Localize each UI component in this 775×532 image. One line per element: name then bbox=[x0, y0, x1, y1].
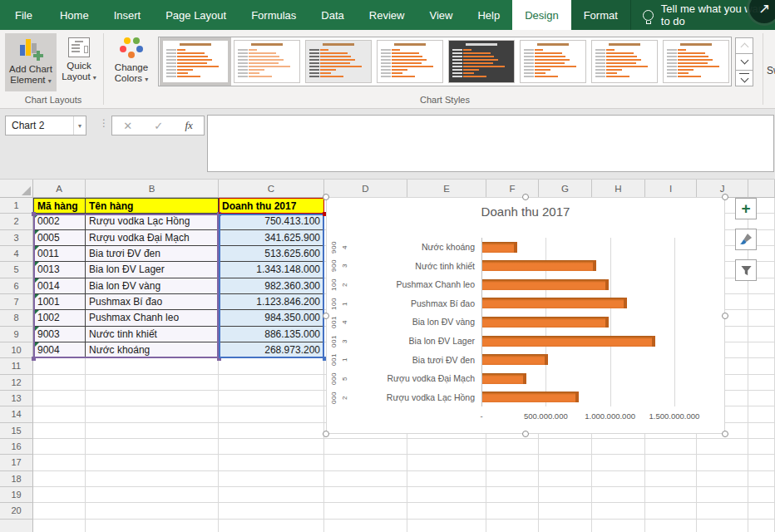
axis-code-digit-label[interactable]: 4 bbox=[339, 313, 349, 332]
bar[interactable] bbox=[482, 242, 517, 253]
tab-format[interactable]: Format bbox=[571, 0, 630, 30]
column-header-E[interactable]: E bbox=[407, 180, 486, 198]
cell[interactable] bbox=[219, 487, 324, 503]
cell[interactable] bbox=[645, 487, 697, 503]
cell[interactable] bbox=[748, 327, 775, 342]
bar[interactable] bbox=[482, 373, 526, 384]
cell-C4[interactable]: 513.625.600 bbox=[219, 246, 324, 262]
axis-code-digit-label[interactable]: 5 bbox=[339, 369, 349, 388]
range-fill-handle[interactable] bbox=[32, 357, 36, 361]
range-fill-handle[interactable] bbox=[32, 212, 36, 216]
tab-review[interactable]: Review bbox=[357, 0, 417, 30]
axis-code-group-label[interactable]: 100 bbox=[328, 294, 338, 313]
tab-design[interactable]: Design bbox=[512, 0, 570, 30]
name-box-dropdown-icon[interactable]: ▾ bbox=[73, 116, 86, 135]
cell-B1[interactable]: Tên hàng bbox=[86, 198, 219, 214]
select-all-corner[interactable] bbox=[0, 180, 33, 198]
formula-input[interactable] bbox=[207, 115, 774, 172]
row-header-20[interactable]: 20 bbox=[0, 503, 33, 519]
column-header-C[interactable]: C bbox=[219, 180, 324, 198]
cell-A1[interactable]: Mã hàng bbox=[33, 198, 86, 214]
cell[interactable] bbox=[592, 471, 645, 487]
tab-view[interactable]: View bbox=[417, 0, 465, 30]
cell[interactable] bbox=[486, 520, 539, 532]
column-header-D[interactable]: D bbox=[324, 180, 407, 198]
cell[interactable] bbox=[219, 455, 324, 470]
range-fill-handle[interactable] bbox=[217, 357, 221, 361]
cell[interactable] bbox=[748, 503, 775, 519]
tab-formulas[interactable]: Formulas bbox=[239, 0, 309, 30]
chart-style-thumbnail[interactable] bbox=[231, 37, 303, 86]
axis-code-digit-label[interactable]: 4 bbox=[339, 238, 349, 257]
tab-data[interactable]: Data bbox=[309, 0, 356, 30]
cell[interactable] bbox=[539, 471, 592, 487]
cell-B2[interactable]: Rượu vodka Lạc Hồng bbox=[86, 214, 219, 229]
bar[interactable] bbox=[482, 392, 579, 402]
chart-style-thumbnail[interactable] bbox=[446, 37, 517, 86]
axis-code-group-label[interactable]: 000 bbox=[328, 388, 338, 407]
axis-code-digit-label[interactable]: 1 bbox=[339, 351, 349, 370]
chart-category-label[interactable]: Nước khoáng bbox=[352, 238, 475, 257]
cell-B6[interactable]: Bia lon ĐV vàng bbox=[86, 278, 219, 294]
add-chart-element-button[interactable]: Add Chart Element ▾ bbox=[5, 33, 57, 91]
cell-B4[interactable]: Bia tươi ĐV đen bbox=[86, 246, 219, 262]
cell[interactable] bbox=[86, 358, 219, 374]
cell-C2[interactable]: 750.413.100 bbox=[219, 214, 324, 229]
enter-button[interactable]: ✓ bbox=[154, 120, 163, 132]
cell[interactable] bbox=[33, 391, 86, 406]
row-header-9[interactable]: 9 bbox=[0, 327, 33, 342]
chart-category-label[interactable]: Bia lon ĐV vàng bbox=[352, 313, 475, 332]
cell[interactable] bbox=[219, 406, 324, 422]
row-header-10[interactable]: 10 bbox=[0, 342, 33, 358]
cell[interactable] bbox=[748, 487, 775, 503]
axis-code-group-label[interactable]: 001 bbox=[328, 332, 338, 351]
cell[interactable] bbox=[486, 439, 539, 455]
chart-category-label[interactable]: Pushmax Chanh leo bbox=[352, 275, 475, 294]
cell[interactable] bbox=[407, 439, 486, 455]
cell[interactable] bbox=[697, 520, 748, 532]
cell-C10[interactable]: 268.973.200 bbox=[219, 342, 324, 358]
chart-selection-handle[interactable] bbox=[323, 313, 329, 319]
chart-category-label[interactable]: Nước tinh khiết bbox=[352, 257, 475, 276]
cell[interactable] bbox=[748, 310, 775, 326]
chart-selection-handle[interactable] bbox=[722, 194, 728, 200]
axis-code-digit-label[interactable]: 2 bbox=[339, 388, 349, 407]
cell[interactable] bbox=[219, 520, 324, 532]
row-header-7[interactable]: 7 bbox=[0, 294, 33, 310]
tab-home[interactable]: Home bbox=[47, 0, 101, 30]
cell[interactable] bbox=[33, 503, 86, 519]
chart-style-thumbnail[interactable] bbox=[660, 37, 732, 86]
row-header-13[interactable]: 13 bbox=[0, 391, 33, 406]
bar[interactable] bbox=[482, 279, 609, 290]
chart-value-axis-label[interactable]: 1.500.000.000 bbox=[637, 411, 712, 421]
cell[interactable] bbox=[219, 375, 324, 391]
tab-page-layout[interactable]: Page Layout bbox=[153, 0, 239, 30]
chart-selection-handle[interactable] bbox=[323, 431, 329, 437]
axis-code-digit-label[interactable]: 1 bbox=[339, 294, 349, 313]
quick-layout-button[interactable]: Quick Layout ▾ bbox=[58, 33, 100, 91]
cell-C5[interactable]: 1.343.148.000 bbox=[219, 262, 324, 278]
chart-category-label[interactable]: Rượu vodka Đại Mạch bbox=[352, 369, 475, 388]
gallery-more-button[interactable] bbox=[735, 70, 753, 86]
axis-code-digit-label[interactable]: 2 bbox=[339, 275, 349, 294]
cell[interactable] bbox=[645, 520, 697, 532]
axis-code-group-label[interactable]: 001 bbox=[328, 313, 338, 332]
axis-code-group-label[interactable]: 000 bbox=[328, 369, 338, 388]
cell[interactable] bbox=[219, 391, 324, 406]
cell[interactable] bbox=[219, 358, 324, 374]
chart-category-label[interactable]: Bia tươi ĐV đen bbox=[352, 351, 475, 370]
cell[interactable] bbox=[219, 503, 324, 519]
row-header-4[interactable]: 4 bbox=[0, 246, 33, 262]
chart-selection-handle[interactable] bbox=[323, 194, 329, 200]
column-header-I[interactable]: I bbox=[645, 180, 697, 198]
cell[interactable] bbox=[486, 455, 539, 470]
chart-style-thumbnail[interactable] bbox=[374, 37, 446, 86]
cell[interactable] bbox=[592, 487, 645, 503]
chart-title[interactable]: Doanh thu 2017 bbox=[327, 204, 724, 219]
cell[interactable] bbox=[324, 471, 407, 487]
row-header-17[interactable]: 17 bbox=[0, 455, 33, 470]
cell[interactable] bbox=[592, 503, 645, 519]
chart-style-thumbnail[interactable] bbox=[303, 37, 374, 86]
cell-A7[interactable]: 1001 bbox=[33, 294, 86, 310]
row-header-15[interactable]: 15 bbox=[0, 423, 33, 439]
